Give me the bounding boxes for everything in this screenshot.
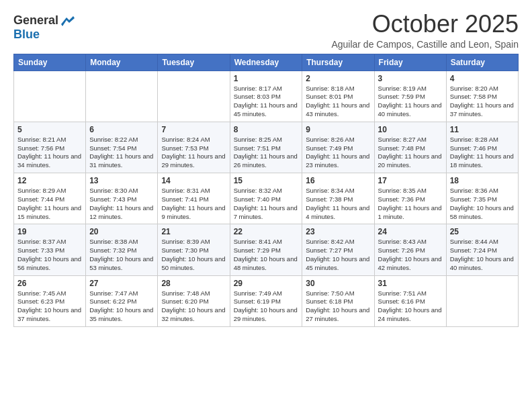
day-info: Sunrise: 7:48 AM Sunset: 6:20 PM Dayligh… (161, 289, 226, 324)
day-info: Sunrise: 7:51 AM Sunset: 6:16 PM Dayligh… (378, 289, 443, 324)
day-number: 17 (378, 176, 443, 185)
logo-general-text: General (13, 13, 58, 28)
day-info: Sunrise: 8:26 AM Sunset: 7:49 PM Dayligh… (306, 136, 370, 170)
day-info: Sunrise: 8:38 AM Sunset: 7:32 PM Dayligh… (89, 238, 154, 272)
day-info: Sunrise: 8:20 AM Sunset: 7:58 PM Dayligh… (450, 85, 515, 119)
day-info: Sunrise: 8:37 AM Sunset: 7:33 PM Dayligh… (17, 238, 82, 272)
day-number: 25 (450, 227, 515, 236)
month-title: October 2025 (331, 11, 519, 38)
day-info: Sunrise: 8:41 AM Sunset: 7:29 PM Dayligh… (234, 238, 299, 272)
svg-marker-0 (61, 16, 75, 26)
day-number: 21 (161, 227, 226, 236)
day-info: Sunrise: 8:25 AM Sunset: 7:51 PM Dayligh… (234, 136, 299, 170)
day-number: 31 (378, 279, 443, 288)
weekday-header-wednesday: Wednesday (230, 54, 302, 71)
weekday-header-monday: Monday (86, 54, 158, 71)
day-number: 22 (234, 227, 299, 236)
calendar-cell: 15Sunrise: 8:32 AM Sunset: 7:40 PM Dayli… (230, 173, 302, 224)
calendar-cell: 10Sunrise: 8:27 AM Sunset: 7:48 PM Dayli… (374, 122, 446, 173)
calendar-cell: 29Sunrise: 7:49 AM Sunset: 6:19 PM Dayli… (230, 275, 302, 326)
day-info: Sunrise: 8:35 AM Sunset: 7:36 PM Dayligh… (378, 187, 443, 221)
day-info: Sunrise: 8:36 AM Sunset: 7:35 PM Dayligh… (450, 187, 515, 221)
calendar-cell: 14Sunrise: 8:31 AM Sunset: 7:41 PM Dayli… (158, 173, 230, 224)
header: General Blue October 2025 Aguilar de Cam… (13, 11, 519, 50)
day-number: 3 (378, 74, 443, 83)
calendar-cell: 4Sunrise: 8:20 AM Sunset: 7:58 PM Daylig… (446, 71, 518, 122)
title-block: October 2025 Aguilar de Campos, Castille… (331, 11, 519, 50)
day-info: Sunrise: 7:49 AM Sunset: 6:19 PM Dayligh… (234, 289, 299, 324)
calendar-cell: 26Sunrise: 7:45 AM Sunset: 6:23 PM Dayli… (14, 275, 86, 326)
day-number: 23 (306, 227, 370, 236)
calendar-cell: 12Sunrise: 8:29 AM Sunset: 7:44 PM Dayli… (14, 173, 86, 224)
calendar-cell: 30Sunrise: 7:50 AM Sunset: 6:18 PM Dayli… (302, 275, 374, 326)
logo-bird-icon (60, 15, 75, 27)
calendar-cell: 17Sunrise: 8:35 AM Sunset: 7:36 PM Dayli… (374, 173, 446, 224)
logo-blue-text: Blue (13, 28, 40, 42)
day-info: Sunrise: 7:47 AM Sunset: 6:22 PM Dayligh… (89, 289, 154, 324)
calendar-cell (14, 71, 86, 122)
day-info: Sunrise: 7:50 AM Sunset: 6:18 PM Dayligh… (306, 289, 370, 324)
day-number: 19 (17, 227, 82, 236)
location-title: Aguilar de Campos, Castille and Leon, Sp… (331, 39, 519, 50)
day-info: Sunrise: 8:34 AM Sunset: 7:38 PM Dayligh… (306, 187, 370, 221)
day-number: 30 (306, 279, 370, 288)
day-number: 9 (306, 125, 370, 134)
day-number: 24 (378, 227, 443, 236)
day-info: Sunrise: 8:39 AM Sunset: 7:30 PM Dayligh… (161, 238, 226, 272)
day-number: 15 (234, 176, 299, 185)
calendar-cell: 9Sunrise: 8:26 AM Sunset: 7:49 PM Daylig… (302, 122, 374, 173)
calendar-cell: 16Sunrise: 8:34 AM Sunset: 7:38 PM Dayli… (302, 173, 374, 224)
calendar-cell (158, 71, 230, 122)
day-info: Sunrise: 8:17 AM Sunset: 8:03 PM Dayligh… (234, 85, 299, 119)
day-info: Sunrise: 8:28 AM Sunset: 7:46 PM Dayligh… (450, 136, 515, 170)
day-number: 18 (450, 176, 515, 185)
calendar-cell: 28Sunrise: 7:48 AM Sunset: 6:20 PM Dayli… (158, 275, 230, 326)
day-number: 1 (234, 74, 299, 83)
day-number: 11 (450, 125, 515, 134)
day-number: 4 (450, 74, 515, 83)
day-info: Sunrise: 8:44 AM Sunset: 7:24 PM Dayligh… (450, 238, 515, 272)
day-number: 6 (89, 125, 154, 134)
calendar-cell: 11Sunrise: 8:28 AM Sunset: 7:46 PM Dayli… (446, 122, 518, 173)
day-number: 26 (17, 279, 82, 288)
calendar-cell: 22Sunrise: 8:41 AM Sunset: 7:29 PM Dayli… (230, 224, 302, 275)
calendar-cell: 27Sunrise: 7:47 AM Sunset: 6:22 PM Dayli… (86, 275, 158, 326)
calendar-cell: 21Sunrise: 8:39 AM Sunset: 7:30 PM Dayli… (158, 224, 230, 275)
day-info: Sunrise: 8:30 AM Sunset: 7:43 PM Dayligh… (89, 187, 154, 221)
day-info: Sunrise: 8:22 AM Sunset: 7:54 PM Dayligh… (89, 136, 154, 170)
day-info: Sunrise: 8:18 AM Sunset: 8:01 PM Dayligh… (306, 85, 370, 119)
weekday-header-friday: Friday (374, 54, 446, 71)
weekday-header-sunday: Sunday (14, 54, 86, 71)
day-number: 20 (89, 227, 154, 236)
calendar-cell: 31Sunrise: 7:51 AM Sunset: 6:16 PM Dayli… (374, 275, 446, 326)
calendar-cell: 18Sunrise: 8:36 AM Sunset: 7:35 PM Dayli… (446, 173, 518, 224)
day-info: Sunrise: 8:31 AM Sunset: 7:41 PM Dayligh… (161, 187, 226, 221)
calendar-cell: 20Sunrise: 8:38 AM Sunset: 7:32 PM Dayli… (86, 224, 158, 275)
day-number: 14 (161, 176, 226, 185)
day-info: Sunrise: 8:19 AM Sunset: 7:59 PM Dayligh… (378, 85, 443, 119)
day-info: Sunrise: 8:29 AM Sunset: 7:44 PM Dayligh… (17, 187, 82, 221)
calendar-cell (446, 275, 518, 326)
day-number: 29 (234, 279, 299, 288)
day-number: 10 (378, 125, 443, 134)
day-number: 7 (161, 125, 226, 134)
calendar-cell: 13Sunrise: 8:30 AM Sunset: 7:43 PM Dayli… (86, 173, 158, 224)
weekday-header-thursday: Thursday (302, 54, 374, 71)
day-number: 27 (89, 279, 154, 288)
day-info: Sunrise: 8:27 AM Sunset: 7:48 PM Dayligh… (378, 136, 443, 170)
calendar-cell: 25Sunrise: 8:44 AM Sunset: 7:24 PM Dayli… (446, 224, 518, 275)
day-info: Sunrise: 8:24 AM Sunset: 7:53 PM Dayligh… (161, 136, 226, 170)
day-number: 5 (17, 125, 82, 134)
day-info: Sunrise: 8:43 AM Sunset: 7:26 PM Dayligh… (378, 238, 443, 272)
calendar-cell: 19Sunrise: 8:37 AM Sunset: 7:33 PM Dayli… (14, 224, 86, 275)
calendar-cell: 6Sunrise: 8:22 AM Sunset: 7:54 PM Daylig… (86, 122, 158, 173)
day-number: 13 (89, 176, 154, 185)
day-info: Sunrise: 7:45 AM Sunset: 6:23 PM Dayligh… (17, 289, 82, 324)
day-info: Sunrise: 8:21 AM Sunset: 7:56 PM Dayligh… (17, 136, 82, 170)
page: General Blue October 2025 Aguilar de Cam… (0, 0, 532, 411)
logo: General Blue (13, 13, 75, 42)
weekday-header-saturday: Saturday (446, 54, 518, 71)
calendar-cell: 23Sunrise: 8:42 AM Sunset: 7:27 PM Dayli… (302, 224, 374, 275)
calendar-cell: 2Sunrise: 8:18 AM Sunset: 8:01 PM Daylig… (302, 71, 374, 122)
calendar-cell: 1Sunrise: 8:17 AM Sunset: 8:03 PM Daylig… (230, 71, 302, 122)
